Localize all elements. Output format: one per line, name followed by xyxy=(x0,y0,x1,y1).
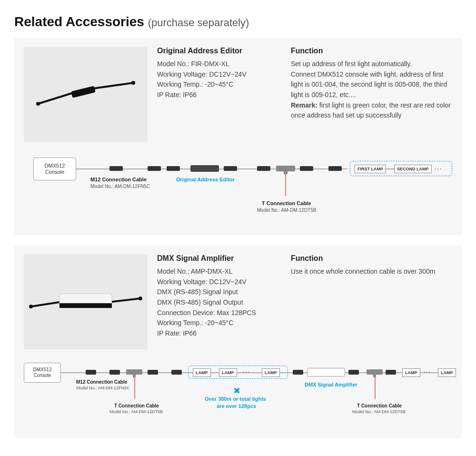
accessory-card-1: Original Address Editor Model No.: FIR-D… xyxy=(14,38,462,235)
console-box: DMX512 Console xyxy=(33,158,76,180)
t-cable-label: T Connection Cable xyxy=(114,403,159,408)
function-text: Use it once whole connection cable is ov… xyxy=(291,267,452,277)
dots: ··· xyxy=(424,368,431,375)
over-label-2: are over 128pcs xyxy=(217,403,256,409)
svg-point-3 xyxy=(36,102,40,106)
spec-line: Working Temp.: -20~45°C xyxy=(157,318,281,328)
svg-line-2 xyxy=(93,83,133,89)
lamp-box: LAMP xyxy=(438,368,456,377)
svg-rect-1 xyxy=(71,86,96,98)
over-label-1: Over 300m or total lights xyxy=(205,396,266,402)
lamp-box: LAMP xyxy=(219,368,237,377)
spec-line: Working Voltage: DC12V~24V xyxy=(157,277,281,287)
t-cable-model: Model No.: AM-DM-12DT5B xyxy=(109,409,163,414)
product2-title: DMX Signal Amplifier xyxy=(157,254,281,263)
function-text: Set up address of first light automatica… xyxy=(291,59,452,69)
dots: ··· xyxy=(434,165,443,172)
product1-title: Original Address Editor xyxy=(157,47,281,55)
m12-model: Model No.: AM-DM-12FN5C xyxy=(90,184,150,189)
section-title: Related Accessories (purchase separately… xyxy=(14,14,462,30)
spec-line: Working Temp.: -20~45°C xyxy=(157,79,281,90)
m12-label: M12 Connection Cable xyxy=(90,177,147,182)
t-cable-model: Model No.: AM-DM-12DT5B xyxy=(352,409,406,414)
wiring-diagram-1: DMX512 Console FIRST LAMP SECOND LAMP ··… xyxy=(24,155,452,227)
lamp-box: LAMP xyxy=(402,368,420,377)
console-label: DMX512 Console xyxy=(33,367,52,378)
function-text: Connect DMX512 console with light, addre… xyxy=(291,69,452,100)
spec-line: Model No.: AMP-DMX-XL xyxy=(157,267,281,277)
lamp-box: LAMP xyxy=(193,368,211,377)
svg-line-0 xyxy=(38,92,76,104)
spec-line: Model No.: FIR-DMX-XL xyxy=(157,59,281,69)
spec-line: IP Rate: IP66 xyxy=(157,90,281,100)
t-cable-label: T Connection Cable xyxy=(262,200,311,206)
product1-function-title: Function xyxy=(291,47,452,55)
spec-line: DMX (RS-485) Signal Output xyxy=(157,297,281,308)
product-image-editor xyxy=(24,47,148,142)
lamp-box: LAMP xyxy=(262,368,280,377)
spec-line: IP Rate: IP66 xyxy=(157,328,281,339)
second-lamp-box: SECOND LAMP xyxy=(394,165,432,173)
title-sub: (purchase separately) xyxy=(148,17,249,29)
svg-point-11 xyxy=(29,305,33,308)
title-main: Related Accessories xyxy=(14,14,144,29)
svg-point-4 xyxy=(131,81,135,85)
product2-function-title: Function xyxy=(291,254,452,263)
svg-rect-9 xyxy=(60,303,112,308)
svg-line-10 xyxy=(112,298,140,302)
m12-model: Model No.: AM-DM-12FN5C xyxy=(76,386,130,390)
console-label: DMX512 Console xyxy=(45,163,65,175)
product-image-amplifier xyxy=(24,254,148,349)
dots: ··· xyxy=(243,368,250,375)
m12-label: M12 Connection Cable xyxy=(76,379,127,385)
remark-label: Remark: xyxy=(291,101,317,109)
amp-label: DMX Signal Amplifier xyxy=(305,382,357,387)
editor-label: Original Address Editor xyxy=(176,177,235,182)
svg-line-7 xyxy=(31,302,62,307)
spec-line: Working Voltage: DC12V~24V xyxy=(157,69,281,80)
wiring-diagram-2: DMX512 Console LAMP LAMP ··· LAMP LAMP ·… xyxy=(24,363,452,429)
spec-line: Connection Device: Max 128PCS xyxy=(157,308,281,318)
spec-line: DMX (RS-485) Signal Input xyxy=(157,287,281,297)
t-cable-model: Model No.: AM-DM-12DT5B xyxy=(257,208,316,213)
function-remark: Remark: first light is green color, the … xyxy=(291,100,452,121)
svg-point-12 xyxy=(139,297,142,300)
console-box: DMX512 Console xyxy=(24,363,61,383)
first-lamp-box: FIRST LAMP xyxy=(355,165,386,173)
tools-icon: ✖ xyxy=(233,386,240,396)
accessory-card-2: DMX Signal Amplifier Model No.: AMP-DMX-… xyxy=(14,246,462,438)
t-cable-label: T Connection Cable xyxy=(357,403,402,408)
